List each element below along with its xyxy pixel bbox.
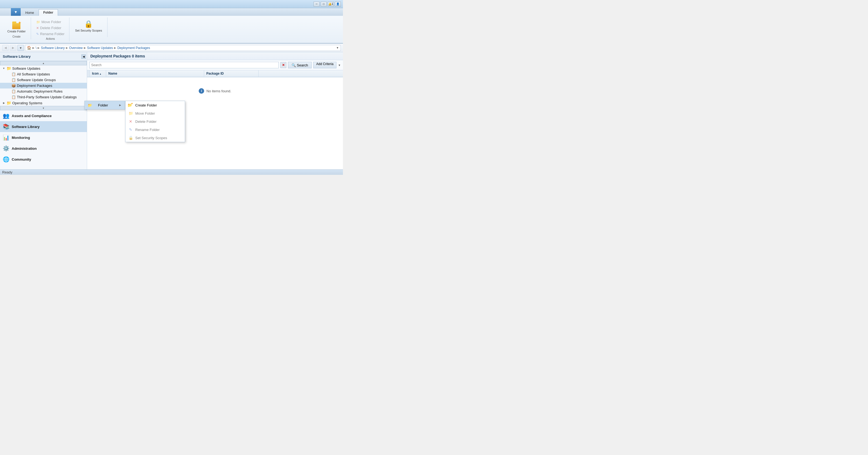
grid-icon-3: 📋: [11, 89, 16, 93]
move-folder-button[interactable]: 📁 Move Folder: [34, 19, 66, 25]
ctx-delete-icon: ✕: [128, 119, 133, 124]
breadcrumb-software-library[interactable]: Software Library: [41, 46, 64, 50]
ribbon-group-actions: 📁 Move Folder ✕ Delete Folder ✎ Rename F…: [32, 18, 69, 41]
grid-icon-2: 📋: [11, 78, 16, 82]
account-button[interactable]: 👤: [335, 2, 341, 6]
nav-software-library[interactable]: 📚 Software Library: [0, 121, 87, 132]
sidebar-item-operating-systems[interactable]: ▶ 📁 Operating Systems: [0, 100, 87, 106]
ctx-move-folder[interactable]: 📁 Move Folder: [125, 109, 185, 117]
ctx-rename-folder[interactable]: ✎ Rename Folder: [125, 125, 185, 134]
no-items-message: i No items found.: [87, 77, 343, 104]
expand-operating-systems[interactable]: ▶: [2, 101, 5, 104]
add-criteria-button[interactable]: Add Criteria: [313, 62, 336, 68]
notification-bell[interactable]: 🔔1: [328, 2, 334, 6]
table-select-col: [87, 70, 90, 77]
minimize-button[interactable]: ─: [314, 2, 319, 6]
set-security-scopes-button[interactable]: 🔒 Set Security Scopes: [73, 19, 104, 34]
box-icon: 📦: [11, 84, 16, 88]
os-folder-icon: 📁: [6, 101, 11, 105]
breadcrumb-root[interactable]: \: [36, 46, 36, 50]
ctx-create-folder[interactable]: 📁★ Create Folder: [125, 101, 185, 109]
sidebar-item-automatic-deployment-rules[interactable]: 📋 Automatic Deployment Rules: [0, 89, 87, 94]
home-icon: 🏠: [27, 46, 31, 50]
search-icon: 🔍: [291, 63, 296, 67]
monitoring-icon: 📊: [3, 134, 9, 141]
grid-icon-1: 📋: [11, 72, 16, 76]
sidebar: Software Library ◀ ▲ ▼ 📁 Software Update…: [0, 52, 87, 170]
nav-monitoring[interactable]: 📊 Monitoring: [0, 132, 87, 143]
column-icon[interactable]: Icon: [90, 70, 106, 77]
community-icon: 🌐: [3, 156, 9, 162]
search-clear-button[interactable]: ✕: [280, 62, 286, 68]
sidebar-item-software-updates[interactable]: ▼ 📁 Software Updates: [0, 65, 87, 71]
scroll-down-button[interactable]: ▼: [0, 106, 87, 110]
back-button[interactable]: ◀: [2, 45, 9, 51]
breadcrumb-software-updates[interactable]: Software Updates: [87, 46, 113, 50]
create-folder-icon: ★: [12, 20, 22, 29]
nav-administration[interactable]: ⚙️ Administration: [0, 143, 87, 154]
folder-submenu: 📁★ Create Folder 📁 Move Folder ✕ Delete …: [125, 101, 185, 142]
ribbon-create-label: Create: [12, 35, 21, 38]
breadcrumb-deployment-packages[interactable]: Deployment Packages: [117, 46, 150, 50]
ctx-folder-star-icon: 📁★: [128, 103, 133, 108]
ribbon-app-menu[interactable]: ▼: [11, 8, 21, 16]
maximize-button[interactable]: □: [321, 2, 327, 6]
sidebar-collapse-button[interactable]: ◀: [82, 55, 86, 59]
ctx-rename-icon: ✎: [128, 127, 133, 132]
expand-software-updates[interactable]: ▼: [2, 67, 5, 70]
context-menu: 📁 Folder ▶: [84, 101, 125, 110]
status-bar: Ready: [0, 170, 343, 175]
ribbon-group-security: 🔒 Set Security Scopes: [70, 18, 107, 37]
ribbon-actions-content: 📁 Move Folder ✕ Delete Folder ✎ Rename F…: [34, 18, 66, 37]
search-input[interactable]: [89, 62, 279, 68]
sidebar-item-third-party-catalogs[interactable]: 📋 Third-Party Software Update Catalogs: [0, 94, 87, 100]
nav-sections: 👥 Assets and Compliance 📚 Software Libra…: [0, 110, 87, 165]
tab-home[interactable]: Home: [21, 9, 39, 16]
ribbon-group-create-content: ★ Create Folder: [5, 18, 28, 35]
ribbon-security-content: 🔒 Set Security Scopes: [73, 18, 104, 35]
dropdown-button[interactable]: ▼: [18, 45, 24, 51]
status-text: Ready: [2, 170, 12, 174]
nav-community[interactable]: 🌐 Community: [0, 154, 87, 165]
breadcrumb-overview[interactable]: Overview: [69, 46, 83, 50]
rename-folder-icon: ✎: [36, 32, 39, 36]
software-library-icon: 📚: [3, 123, 9, 130]
delete-folder-button[interactable]: ✕ Delete Folder: [34, 25, 66, 31]
tab-folder[interactable]: Folder: [39, 9, 58, 16]
nav-bar: ◀ ▶ ▼ 🏠 ▶ \ ▶ Software Library ▶ Overvie…: [0, 43, 343, 52]
ctx-move-icon: 📁: [128, 111, 133, 116]
submenu-arrow: ▶: [119, 104, 121, 107]
move-folder-icon: 📁: [36, 20, 40, 24]
catalog-icon: 📋: [11, 95, 16, 99]
context-folder-item[interactable]: 📁 Folder ▶: [85, 101, 125, 109]
ribbon-tabs: ▼ Home Folder: [0, 8, 343, 16]
delete-folder-icon: ✕: [36, 26, 39, 30]
column-name[interactable]: Name: [106, 70, 204, 77]
content-title: Deployment Packages 0 items: [87, 52, 343, 60]
create-folder-button[interactable]: ★ Create Folder: [5, 19, 28, 35]
forward-button[interactable]: ▶: [10, 45, 16, 51]
ctx-set-security[interactable]: 🔒 Set Security Scopes: [125, 134, 185, 142]
sidebar-item-deployment-packages[interactable]: 📦 Deployment Packages: [0, 83, 87, 89]
sidebar-item-software-update-groups[interactable]: 📋 Software Update Groups: [0, 77, 87, 83]
search-button[interactable]: 🔍 Search: [288, 62, 312, 68]
scroll-up-button[interactable]: ▲: [0, 61, 87, 65]
dropdown-arrow-search[interactable]: ▼: [338, 64, 341, 67]
column-package-id[interactable]: Package ID: [204, 70, 258, 77]
administration-icon: ⚙️: [3, 145, 9, 152]
folder-ctx-icon: 📁: [87, 103, 92, 108]
rename-folder-button[interactable]: ✎ Rename Folder: [34, 31, 66, 37]
nav-assets-compliance[interactable]: 👥 Assets and Compliance: [0, 110, 87, 121]
breadcrumb: 🏠 ▶ \ ▶ Software Library ▶ Overview ▶ So…: [25, 45, 341, 51]
ctx-delete-folder[interactable]: ✕ Delete Folder: [125, 117, 185, 125]
sidebar-item-all-software-updates[interactable]: 📋 All Software Updates: [0, 71, 87, 77]
info-icon: i: [199, 88, 204, 94]
search-bar: ✕ 🔍 Search Add Criteria ▼: [87, 60, 343, 70]
ribbon-content: ★ Create Folder Create 📁 Move Folder ✕ D…: [0, 16, 343, 43]
sidebar-header-container: Software Library ◀: [0, 52, 87, 61]
breadcrumb-expand[interactable]: ▼: [336, 46, 339, 49]
lock-icon: 🔒: [84, 20, 93, 28]
title-bar: ─ □ 🔔1 👤: [0, 0, 343, 8]
assets-icon: 👥: [3, 113, 9, 119]
title-bar-controls: ─ □ 🔔1 👤: [314, 2, 341, 6]
